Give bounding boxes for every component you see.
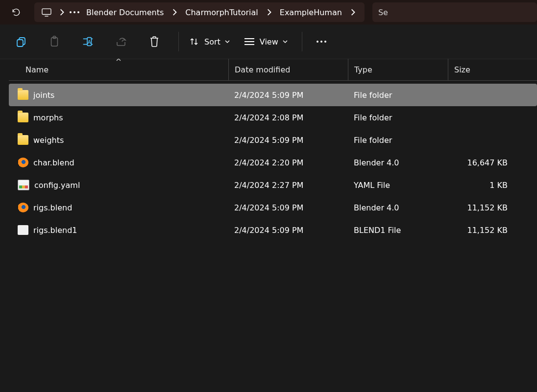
share-icon: [115, 36, 127, 47]
svg-rect-0: [42, 9, 51, 15]
file-date: 2/4/2024 5:09 PM: [228, 203, 348, 212]
file-name-cell: rigs.blend: [9, 203, 228, 212]
blender-icon: [18, 203, 28, 212]
chevron-right-icon: [350, 9, 355, 16]
file-size: 1 KB: [448, 181, 514, 190]
file-name: config.yaml: [34, 181, 80, 190]
file-name: joints: [33, 91, 54, 100]
file-name: char.blend: [33, 158, 74, 167]
table-row[interactable]: char.blend2/4/2024 2:20 PMBlender 4.016,…: [9, 151, 537, 174]
ellipsis-icon: [70, 11, 79, 13]
toolbar-separator: [302, 32, 302, 51]
chevron-down-icon: [282, 39, 288, 44]
table-row[interactable]: rigs.blend12/4/2024 5:09 PMBLEND1 File11…: [9, 219, 537, 241]
file-name: weights: [33, 136, 64, 145]
breadcrumb-item[interactable]: Blender Documents: [81, 8, 169, 17]
file-type: File folder: [348, 136, 448, 145]
file-name-cell: config.yaml: [9, 180, 228, 190]
table-row[interactable]: joints2/4/2024 5:09 PMFile folder: [9, 84, 537, 106]
breadcrumb[interactable]: Blender Documents CharmorphTutorial Exam…: [34, 2, 365, 22]
chevron-right-icon: [267, 9, 271, 16]
table-row[interactable]: config.yaml2/4/2024 2:27 PMYAML File1 KB: [9, 174, 537, 196]
toolbar-separator: [178, 32, 179, 51]
breadcrumb-separator[interactable]: [56, 4, 68, 20]
rename-icon: A: [81, 36, 94, 47]
view-label: View: [260, 37, 278, 46]
breadcrumb-overflow[interactable]: [68, 4, 81, 20]
sort-button[interactable]: Sort: [184, 30, 234, 53]
new-icon: [15, 36, 27, 47]
this-pc-icon[interactable]: [40, 6, 53, 19]
file-rows: joints2/4/2024 5:09 PMFile foldermorphs2…: [9, 84, 537, 246]
blank-icon: [18, 225, 28, 235]
column-header-size[interactable]: Size: [448, 59, 514, 80]
file-size: 16,647 KB: [448, 158, 514, 167]
clipboard-icon: [49, 36, 60, 47]
sort-label: Sort: [204, 37, 220, 46]
share-button[interactable]: [107, 30, 135, 53]
svg-rect-3: [51, 38, 58, 46]
file-name: rigs.blend: [33, 203, 72, 212]
file-type: YAML File: [348, 181, 448, 190]
breadcrumb-item[interactable]: CharmorphTutorial: [180, 8, 263, 17]
sort-icon: [188, 35, 200, 48]
column-header-name[interactable]: Name: [9, 59, 228, 80]
folder-icon: [18, 113, 28, 122]
svg-rect-2: [17, 40, 23, 46]
file-date: 2/4/2024 5:09 PM: [228, 226, 348, 235]
file-name-cell: joints: [9, 90, 228, 100]
file-type: File folder: [348, 91, 448, 100]
folder-icon: [18, 90, 28, 100]
new-button[interactable]: [7, 30, 35, 53]
file-name-cell: rigs.blend1: [9, 225, 228, 235]
ellipsis-icon: [317, 41, 326, 43]
file-type: Blender 4.0: [348, 158, 448, 167]
table-row[interactable]: weights2/4/2024 5:09 PMFile folder: [9, 129, 537, 151]
file-date: 2/4/2024 2:27 PM: [228, 181, 348, 190]
sort-asc-icon: [116, 59, 122, 62]
refresh-button[interactable]: [1, 0, 31, 24]
chevron-down-icon: [224, 39, 230, 44]
trash-icon: [149, 36, 160, 47]
chevron-right-icon: [59, 9, 64, 16]
delete-button[interactable]: [140, 30, 169, 53]
monitor-icon: [41, 8, 52, 17]
file-size: 11,152 KB: [448, 203, 514, 212]
file-type: BLEND1 File: [348, 226, 448, 235]
column-header-type[interactable]: Type: [348, 59, 448, 80]
refresh-icon: [11, 7, 21, 17]
file-name-cell: morphs: [9, 113, 228, 122]
file-name-cell: weights: [9, 135, 228, 145]
file-size: 11,152 KB: [448, 226, 514, 235]
table-row[interactable]: rigs.blend2/4/2024 5:09 PMBlender 4.011,…: [9, 196, 537, 219]
file-date: 2/4/2024 2:08 PM: [228, 113, 348, 122]
yaml-icon: [18, 180, 29, 190]
cut-button[interactable]: [40, 30, 69, 53]
file-name: morphs: [33, 113, 63, 122]
search-input[interactable]: Se: [372, 2, 537, 22]
table-row[interactable]: morphs2/4/2024 2:08 PMFile folder: [9, 106, 537, 129]
file-date: 2/4/2024 5:09 PM: [228, 91, 348, 100]
breadcrumb-item[interactable]: ExampleHuman: [275, 8, 347, 17]
breadcrumb-separator[interactable]: [169, 4, 180, 20]
file-date: 2/4/2024 2:20 PM: [228, 158, 348, 167]
rename-button[interactable]: A: [73, 30, 102, 53]
address-bar: Blender Documents CharmorphTutorial Exam…: [0, 0, 537, 24]
column-headers: Name Date modified Type Size: [9, 59, 537, 81]
breadcrumb-separator[interactable]: [263, 4, 275, 20]
file-name-cell: char.blend: [9, 158, 228, 167]
column-header-date[interactable]: Date modified: [228, 59, 348, 80]
breadcrumb-separator[interactable]: [347, 4, 359, 20]
file-type: Blender 4.0: [348, 203, 448, 212]
blender-icon: [18, 158, 28, 167]
file-name: rigs.blend1: [33, 226, 77, 235]
chevron-right-icon: [172, 9, 177, 16]
folder-icon: [18, 135, 28, 145]
svg-text:A: A: [88, 39, 92, 45]
file-type: File folder: [348, 113, 448, 122]
more-button[interactable]: [307, 30, 336, 53]
search-placeholder: Se: [378, 8, 388, 17]
view-button[interactable]: View: [239, 30, 292, 53]
view-icon: [243, 35, 256, 48]
command-bar: A Sort View: [0, 24, 537, 59]
